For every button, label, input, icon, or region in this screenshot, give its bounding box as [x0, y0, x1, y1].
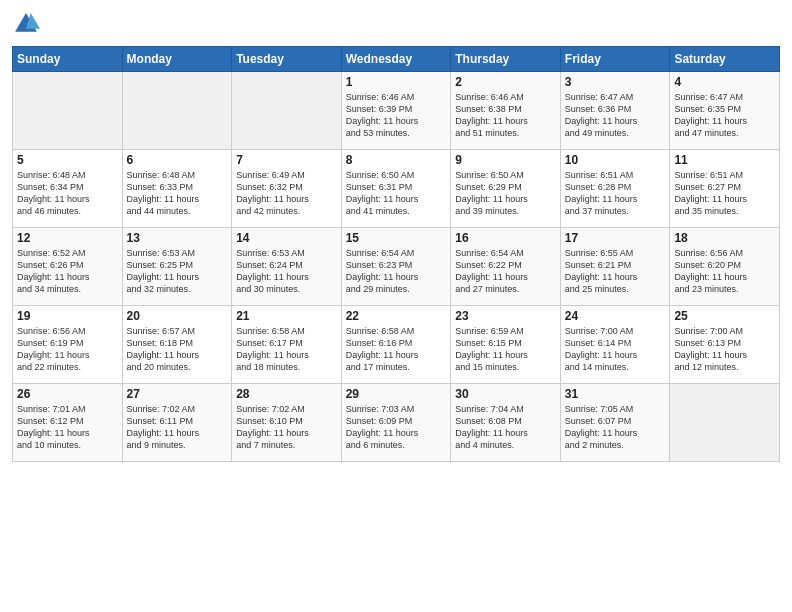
day-number: 13	[127, 231, 228, 245]
day-info: Sunrise: 7:02 AM Sunset: 6:10 PM Dayligh…	[236, 403, 337, 452]
day-cell: 26Sunrise: 7:01 AM Sunset: 6:12 PM Dayli…	[13, 384, 123, 462]
day-cell: 29Sunrise: 7:03 AM Sunset: 6:09 PM Dayli…	[341, 384, 451, 462]
day-info: Sunrise: 7:01 AM Sunset: 6:12 PM Dayligh…	[17, 403, 118, 452]
week-row-5: 26Sunrise: 7:01 AM Sunset: 6:12 PM Dayli…	[13, 384, 780, 462]
day-info: Sunrise: 6:46 AM Sunset: 6:38 PM Dayligh…	[455, 91, 556, 140]
day-number: 20	[127, 309, 228, 323]
day-cell: 12Sunrise: 6:52 AM Sunset: 6:26 PM Dayli…	[13, 228, 123, 306]
day-info: Sunrise: 6:53 AM Sunset: 6:25 PM Dayligh…	[127, 247, 228, 296]
day-number: 27	[127, 387, 228, 401]
calendar-table: SundayMondayTuesdayWednesdayThursdayFrid…	[12, 46, 780, 462]
day-number: 12	[17, 231, 118, 245]
day-info: Sunrise: 6:46 AM Sunset: 6:39 PM Dayligh…	[346, 91, 447, 140]
day-info: Sunrise: 6:52 AM Sunset: 6:26 PM Dayligh…	[17, 247, 118, 296]
day-number: 23	[455, 309, 556, 323]
day-cell	[13, 72, 123, 150]
day-cell: 16Sunrise: 6:54 AM Sunset: 6:22 PM Dayli…	[451, 228, 561, 306]
calendar-container: SundayMondayTuesdayWednesdayThursdayFrid…	[0, 0, 792, 470]
day-cell: 4Sunrise: 6:47 AM Sunset: 6:35 PM Daylig…	[670, 72, 780, 150]
day-cell: 22Sunrise: 6:58 AM Sunset: 6:16 PM Dayli…	[341, 306, 451, 384]
day-number: 1	[346, 75, 447, 89]
day-cell: 28Sunrise: 7:02 AM Sunset: 6:10 PM Dayli…	[232, 384, 342, 462]
day-number: 2	[455, 75, 556, 89]
day-cell: 2Sunrise: 6:46 AM Sunset: 6:38 PM Daylig…	[451, 72, 561, 150]
weekday-header-sunday: Sunday	[13, 47, 123, 72]
day-cell: 24Sunrise: 7:00 AM Sunset: 6:14 PM Dayli…	[560, 306, 670, 384]
day-cell	[232, 72, 342, 150]
day-cell	[122, 72, 232, 150]
day-info: Sunrise: 6:53 AM Sunset: 6:24 PM Dayligh…	[236, 247, 337, 296]
day-cell: 17Sunrise: 6:55 AM Sunset: 6:21 PM Dayli…	[560, 228, 670, 306]
day-info: Sunrise: 6:50 AM Sunset: 6:29 PM Dayligh…	[455, 169, 556, 218]
day-info: Sunrise: 7:00 AM Sunset: 6:14 PM Dayligh…	[565, 325, 666, 374]
day-number: 17	[565, 231, 666, 245]
day-cell: 23Sunrise: 6:59 AM Sunset: 6:15 PM Dayli…	[451, 306, 561, 384]
day-cell: 3Sunrise: 6:47 AM Sunset: 6:36 PM Daylig…	[560, 72, 670, 150]
day-number: 24	[565, 309, 666, 323]
day-number: 22	[346, 309, 447, 323]
day-cell: 15Sunrise: 6:54 AM Sunset: 6:23 PM Dayli…	[341, 228, 451, 306]
day-number: 5	[17, 153, 118, 167]
weekday-header-row: SundayMondayTuesdayWednesdayThursdayFrid…	[13, 47, 780, 72]
day-info: Sunrise: 6:58 AM Sunset: 6:17 PM Dayligh…	[236, 325, 337, 374]
day-info: Sunrise: 6:59 AM Sunset: 6:15 PM Dayligh…	[455, 325, 556, 374]
weekday-header-thursday: Thursday	[451, 47, 561, 72]
day-cell: 30Sunrise: 7:04 AM Sunset: 6:08 PM Dayli…	[451, 384, 561, 462]
day-number: 30	[455, 387, 556, 401]
day-cell: 20Sunrise: 6:57 AM Sunset: 6:18 PM Dayli…	[122, 306, 232, 384]
day-number: 21	[236, 309, 337, 323]
week-row-3: 12Sunrise: 6:52 AM Sunset: 6:26 PM Dayli…	[13, 228, 780, 306]
day-info: Sunrise: 6:49 AM Sunset: 6:32 PM Dayligh…	[236, 169, 337, 218]
day-cell: 31Sunrise: 7:05 AM Sunset: 6:07 PM Dayli…	[560, 384, 670, 462]
day-cell: 21Sunrise: 6:58 AM Sunset: 6:17 PM Dayli…	[232, 306, 342, 384]
day-cell: 14Sunrise: 6:53 AM Sunset: 6:24 PM Dayli…	[232, 228, 342, 306]
weekday-header-tuesday: Tuesday	[232, 47, 342, 72]
day-number: 28	[236, 387, 337, 401]
logo	[12, 10, 44, 38]
day-cell: 19Sunrise: 6:56 AM Sunset: 6:19 PM Dayli…	[13, 306, 123, 384]
weekday-header-friday: Friday	[560, 47, 670, 72]
day-cell: 8Sunrise: 6:50 AM Sunset: 6:31 PM Daylig…	[341, 150, 451, 228]
day-info: Sunrise: 6:47 AM Sunset: 6:36 PM Dayligh…	[565, 91, 666, 140]
day-cell: 13Sunrise: 6:53 AM Sunset: 6:25 PM Dayli…	[122, 228, 232, 306]
day-cell: 18Sunrise: 6:56 AM Sunset: 6:20 PM Dayli…	[670, 228, 780, 306]
day-info: Sunrise: 6:48 AM Sunset: 6:33 PM Dayligh…	[127, 169, 228, 218]
day-cell: 27Sunrise: 7:02 AM Sunset: 6:11 PM Dayli…	[122, 384, 232, 462]
day-info: Sunrise: 7:03 AM Sunset: 6:09 PM Dayligh…	[346, 403, 447, 452]
week-row-4: 19Sunrise: 6:56 AM Sunset: 6:19 PM Dayli…	[13, 306, 780, 384]
day-info: Sunrise: 7:00 AM Sunset: 6:13 PM Dayligh…	[674, 325, 775, 374]
day-number: 14	[236, 231, 337, 245]
day-info: Sunrise: 6:58 AM Sunset: 6:16 PM Dayligh…	[346, 325, 447, 374]
day-cell: 6Sunrise: 6:48 AM Sunset: 6:33 PM Daylig…	[122, 150, 232, 228]
day-number: 10	[565, 153, 666, 167]
day-cell: 7Sunrise: 6:49 AM Sunset: 6:32 PM Daylig…	[232, 150, 342, 228]
day-info: Sunrise: 6:51 AM Sunset: 6:28 PM Dayligh…	[565, 169, 666, 218]
day-info: Sunrise: 6:51 AM Sunset: 6:27 PM Dayligh…	[674, 169, 775, 218]
day-info: Sunrise: 6:57 AM Sunset: 6:18 PM Dayligh…	[127, 325, 228, 374]
day-number: 18	[674, 231, 775, 245]
day-info: Sunrise: 6:47 AM Sunset: 6:35 PM Dayligh…	[674, 91, 775, 140]
day-number: 11	[674, 153, 775, 167]
day-info: Sunrise: 6:56 AM Sunset: 6:19 PM Dayligh…	[17, 325, 118, 374]
day-number: 8	[346, 153, 447, 167]
day-info: Sunrise: 6:54 AM Sunset: 6:23 PM Dayligh…	[346, 247, 447, 296]
day-info: Sunrise: 6:48 AM Sunset: 6:34 PM Dayligh…	[17, 169, 118, 218]
weekday-header-wednesday: Wednesday	[341, 47, 451, 72]
day-info: Sunrise: 6:54 AM Sunset: 6:22 PM Dayligh…	[455, 247, 556, 296]
day-cell: 11Sunrise: 6:51 AM Sunset: 6:27 PM Dayli…	[670, 150, 780, 228]
day-cell: 1Sunrise: 6:46 AM Sunset: 6:39 PM Daylig…	[341, 72, 451, 150]
day-number: 4	[674, 75, 775, 89]
day-info: Sunrise: 7:02 AM Sunset: 6:11 PM Dayligh…	[127, 403, 228, 452]
day-info: Sunrise: 7:04 AM Sunset: 6:08 PM Dayligh…	[455, 403, 556, 452]
day-number: 6	[127, 153, 228, 167]
day-number: 16	[455, 231, 556, 245]
day-info: Sunrise: 7:05 AM Sunset: 6:07 PM Dayligh…	[565, 403, 666, 452]
week-row-1: 1Sunrise: 6:46 AM Sunset: 6:39 PM Daylig…	[13, 72, 780, 150]
weekday-header-monday: Monday	[122, 47, 232, 72]
day-number: 25	[674, 309, 775, 323]
day-number: 7	[236, 153, 337, 167]
day-number: 15	[346, 231, 447, 245]
day-number: 9	[455, 153, 556, 167]
day-info: Sunrise: 6:56 AM Sunset: 6:20 PM Dayligh…	[674, 247, 775, 296]
logo-icon	[12, 10, 40, 38]
